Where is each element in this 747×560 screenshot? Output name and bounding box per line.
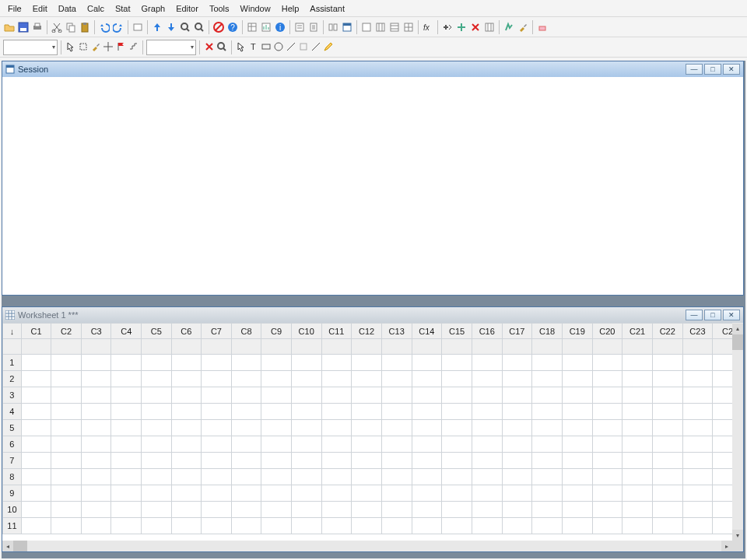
worksheet-cell[interactable]	[412, 420, 442, 436]
worksheet-corner[interactable]: ↓	[3, 324, 22, 339]
columns-icon[interactable]	[374, 21, 387, 33]
project-manager-icon[interactable]	[327, 21, 339, 33]
worksheet-cell[interactable]	[682, 436, 713, 453]
column-name-cell[interactable]	[412, 339, 442, 355]
row-header[interactable]: 10	[3, 502, 22, 518]
worksheet-cell[interactable]	[231, 469, 261, 485]
find-icon[interactable]	[179, 21, 191, 33]
show-info-icon[interactable]: i	[274, 21, 286, 33]
worksheet-cell[interactable]	[622, 371, 653, 387]
worksheet-cell[interactable]	[562, 518, 592, 534]
column-name-cell[interactable]	[261, 339, 292, 355]
worksheet-cell[interactable]	[21, 469, 51, 485]
session-maximize-button[interactable]: □	[704, 64, 721, 75]
worksheet-cell[interactable]	[412, 518, 442, 534]
column-header[interactable]: C19	[562, 324, 592, 339]
column-header[interactable]: C14	[412, 324, 442, 339]
show-history-icon[interactable]	[293, 21, 306, 33]
column-header[interactable]: C22	[652, 324, 682, 339]
row-header[interactable]: 6	[3, 436, 22, 453]
worksheet-cell[interactable]	[682, 371, 713, 387]
worksheet-cell[interactable]	[592, 371, 622, 387]
worksheet-cell[interactable]	[652, 485, 682, 502]
worksheet-cell[interactable]	[532, 371, 563, 387]
column-name-cell[interactable]	[291, 339, 321, 355]
worksheet-cell[interactable]	[502, 371, 532, 387]
worksheet-cell[interactable]	[171, 371, 202, 387]
worksheet-cell[interactable]	[622, 469, 653, 485]
worksheet-cell[interactable]	[231, 371, 261, 387]
worksheet-cell[interactable]	[502, 436, 532, 453]
worksheet-cell[interactable]	[472, 355, 502, 371]
worksheet-cell[interactable]	[261, 453, 292, 469]
worksheet-cell[interactable]	[622, 485, 653, 502]
eraser-icon[interactable]	[536, 21, 549, 33]
worksheet-cell[interactable]	[442, 518, 472, 534]
worksheet-cell[interactable]	[261, 371, 292, 387]
show-graphs-icon[interactable]	[260, 21, 272, 33]
worksheet-cell[interactable]	[352, 371, 382, 387]
open-icon[interactable]	[3, 21, 16, 33]
cut-icon[interactable]	[51, 21, 63, 33]
worksheet-cell[interactable]	[532, 420, 563, 436]
column-name-cell[interactable]	[532, 339, 563, 355]
worksheet-cell[interactable]	[81, 387, 111, 404]
polyline-tool-icon[interactable]	[310, 40, 322, 53]
worksheet-cell[interactable]	[412, 371, 442, 387]
scroll-down-button[interactable]: ▾	[732, 530, 743, 541]
worksheet-cell[interactable]	[231, 518, 261, 534]
worksheet-cell[interactable]	[21, 453, 51, 469]
worksheet-cell[interactable]	[562, 404, 592, 420]
options-win-icon[interactable]	[360, 21, 373, 33]
worksheet-cell[interactable]	[81, 469, 111, 485]
worksheet-cell[interactable]	[622, 502, 653, 518]
worksheet-cell[interactable]	[171, 387, 202, 404]
worksheet-cell[interactable]	[562, 502, 592, 518]
worksheet-cell[interactable]	[261, 387, 292, 404]
column-name-cell[interactable]	[321, 339, 352, 355]
worksheet-cell[interactable]	[291, 404, 321, 420]
worksheet-cell[interactable]	[21, 355, 51, 371]
worksheet-cell[interactable]	[81, 485, 111, 502]
up-arrow-icon[interactable]	[151, 21, 163, 33]
delete-icon[interactable]	[203, 40, 216, 53]
worksheet-cell[interactable]	[51, 518, 82, 534]
column-header[interactable]: C13	[381, 324, 412, 339]
worksheet-cell[interactable]	[81, 518, 111, 534]
worksheet-cell[interactable]	[652, 387, 682, 404]
worksheet-cell[interactable]	[171, 453, 202, 469]
worksheet-cell[interactable]	[21, 420, 51, 436]
worksheet-cell[interactable]	[321, 502, 352, 518]
worksheet-cell[interactable]	[682, 404, 713, 420]
worksheet-cell[interactable]	[472, 485, 502, 502]
worksheet-cell[interactable]	[21, 387, 51, 404]
worksheet-cell[interactable]	[81, 355, 111, 371]
worksheet-cell[interactable]	[261, 502, 292, 518]
worksheet-cell[interactable]	[321, 355, 352, 371]
worksheet-cell[interactable]	[652, 404, 682, 420]
scroll-up-button[interactable]: ▴	[732, 324, 743, 334]
worksheet-cell[interactable]	[381, 404, 412, 420]
print-icon[interactable]	[31, 21, 44, 33]
worksheet-cell[interactable]	[142, 387, 172, 404]
worksheet-cell[interactable]	[321, 453, 352, 469]
worksheet-cell[interactable]	[291, 502, 321, 518]
row-header[interactable]: 5	[3, 420, 22, 436]
worksheet-cell[interactable]	[142, 355, 172, 371]
worksheet-cell[interactable]	[381, 371, 412, 387]
worksheet-cell[interactable]	[532, 502, 563, 518]
column-name-cell[interactable]	[111, 339, 142, 355]
worksheet-cell[interactable]	[261, 485, 292, 502]
worksheet-cell[interactable]	[142, 485, 172, 502]
worksheet-cell[interactable]	[472, 436, 502, 453]
worksheet-cell[interactable]	[682, 518, 713, 534]
column-header[interactable]: C9	[261, 324, 292, 339]
worksheet-cell[interactable]	[532, 387, 563, 404]
worksheet-cell[interactable]	[442, 420, 472, 436]
worksheet-cell[interactable]	[231, 355, 261, 371]
paste-icon[interactable]	[79, 21, 91, 33]
worksheet-cell[interactable]	[622, 355, 653, 371]
worksheet-cell[interactable]	[171, 502, 202, 518]
worksheet-cell[interactable]	[21, 404, 51, 420]
undo-icon[interactable]	[98, 21, 110, 33]
